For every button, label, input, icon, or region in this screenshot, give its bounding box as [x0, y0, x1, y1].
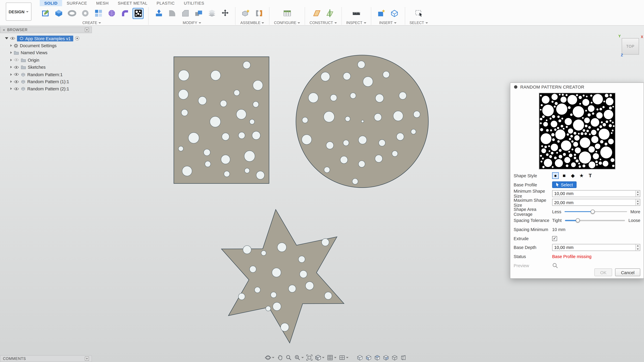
inspect-group-label[interactable]: INSPECT: [346, 21, 366, 25]
view-perspective-icon[interactable]: [400, 354, 406, 361]
view-front-icon[interactable]: [366, 354, 372, 361]
joint-icon[interactable]: [253, 8, 264, 19]
configuration-table-icon[interactable]: [282, 8, 293, 19]
tab-solid[interactable]: SOLID: [40, 0, 62, 6]
browser-root-row[interactable]: App Store Examples v1: [0, 35, 92, 42]
visibility-eye-off-icon[interactable]: [14, 58, 19, 62]
tab-mesh[interactable]: MESH: [92, 0, 113, 6]
spinner[interactable]: [635, 199, 640, 206]
spinner-up-icon[interactable]: [636, 244, 640, 247]
minimum-shape-size-input[interactable]: [552, 190, 640, 197]
expand-caret-icon[interactable]: [10, 59, 12, 61]
browser-item-sketches[interactable]: Sketches: [0, 64, 92, 71]
viewports-icon[interactable]: [339, 354, 348, 361]
browser-header[interactable]: « BROWSER: [0, 27, 92, 33]
construct-plane-icon[interactable]: [311, 8, 322, 19]
activate-radio-icon[interactable]: [75, 36, 80, 41]
select-profile-button[interactable]: Select: [552, 181, 576, 188]
expand-caret-icon[interactable]: [10, 52, 12, 54]
pan-icon[interactable]: [277, 354, 283, 361]
form-sphere-icon[interactable]: [106, 8, 117, 19]
select-group-label[interactable]: SELECT: [410, 21, 428, 25]
tab-sheet-metal[interactable]: SHEET METAL: [113, 0, 152, 6]
design-workspace-dropdown[interactable]: DESIGN: [6, 3, 32, 21]
shape-style-square-option[interactable]: ■: [561, 172, 568, 179]
visibility-eye-icon[interactable]: [14, 80, 19, 84]
assemble-group-label[interactable]: ASSEMBLE: [240, 21, 264, 25]
tab-utilities[interactable]: UTILITIES: [179, 0, 209, 6]
comments-bar[interactable]: COMMENTS: [0, 355, 92, 362]
spinner[interactable]: [635, 190, 640, 197]
expand-caret-icon[interactable]: [10, 66, 12, 69]
visibility-eye-icon[interactable]: [14, 65, 19, 69]
expand-caret-icon[interactable]: [10, 73, 12, 76]
shape-style-text-option[interactable]: T: [587, 172, 594, 179]
view-right-icon[interactable]: [383, 354, 389, 361]
visibility-eye-icon[interactable]: [14, 87, 19, 91]
split-body-icon[interactable]: [206, 8, 217, 19]
configure-group-label[interactable]: CONFIGURE: [274, 21, 300, 25]
view-cube[interactable]: TOP Y X Z: [618, 34, 643, 57]
extrude-icon[interactable]: [53, 8, 64, 19]
modify-group-label[interactable]: MODIFY: [183, 21, 201, 25]
insert-icon[interactable]: [376, 8, 387, 19]
shape-style-circle-option[interactable]: ●: [552, 172, 559, 179]
fit-view-icon[interactable]: [306, 354, 312, 361]
coverage-slider[interactable]: [564, 209, 627, 214]
spinner[interactable]: [635, 244, 640, 251]
ok-button[interactable]: OK: [594, 268, 612, 276]
expand-comments-icon[interactable]: [85, 357, 89, 361]
measure-icon[interactable]: [350, 8, 362, 19]
tolerance-slider[interactable]: [565, 218, 625, 223]
tolerance-slider-handle[interactable]: [576, 218, 580, 222]
browser-item-random-pattern-2[interactable]: Random Pattern (1):1: [0, 78, 92, 85]
collapse-panel-icon[interactable]: «: [3, 28, 5, 32]
visibility-eye-icon[interactable]: [14, 73, 19, 76]
view-home-icon[interactable]: [357, 354, 363, 361]
dialog-header[interactable]: RANDOM PATTERN CREATOR: [510, 83, 644, 91]
coverage-slider-handle[interactable]: [591, 209, 595, 214]
expand-caret-icon[interactable]: [10, 80, 12, 83]
zoom-icon[interactable]: [286, 354, 292, 361]
shape-style-star-option[interactable]: ★: [578, 172, 585, 179]
browser-item-named-views[interactable]: Named Views: [0, 49, 92, 56]
display-settings-icon[interactable]: [315, 354, 324, 361]
expand-caret-icon[interactable]: [5, 37, 8, 40]
insert-group-label[interactable]: INSERT: [379, 21, 396, 25]
root-document-item[interactable]: App Store Examples v1: [17, 36, 73, 41]
chamfer-icon[interactable]: [180, 8, 191, 19]
shape-style-diamond-option[interactable]: ◆: [570, 172, 576, 179]
pipe-icon[interactable]: [119, 8, 130, 19]
pattern-icon[interactable]: [93, 8, 104, 19]
cancel-button[interactable]: Cancel: [615, 268, 640, 276]
construct-axis-icon[interactable]: [324, 8, 335, 19]
press-pull-icon[interactable]: [153, 8, 164, 19]
spinner-up-icon[interactable]: [636, 199, 640, 202]
spinner-up-icon[interactable]: [636, 190, 640, 194]
base-depth-input[interactable]: [552, 244, 640, 251]
visibility-eye-icon[interactable]: [10, 37, 15, 40]
sweep-icon[interactable]: [80, 8, 90, 19]
browser-item-random-pattern-3[interactable]: Random Pattern (2):1: [0, 85, 92, 93]
view-iso-icon[interactable]: [392, 354, 398, 361]
tab-surface[interactable]: SURFACE: [62, 0, 92, 6]
browser-item-origin[interactable]: Origin: [0, 57, 92, 64]
spinner-down-icon[interactable]: [636, 202, 640, 206]
expand-caret-icon[interactable]: [10, 44, 12, 47]
view-cube-face[interactable]: TOP: [622, 38, 639, 55]
orbit-icon[interactable]: [265, 354, 274, 361]
select-tool-icon[interactable]: [413, 8, 424, 19]
move-copy-icon[interactable]: [220, 8, 230, 19]
construct-group-label[interactable]: CONSTRUCT: [310, 21, 337, 25]
create-sketch-icon[interactable]: [40, 8, 51, 19]
revolve-icon[interactable]: [66, 8, 78, 19]
create-group-label[interactable]: CREATE: [82, 21, 101, 25]
tab-plastic[interactable]: PLASTIC: [152, 0, 179, 6]
extrude-checkbox[interactable]: ✓: [552, 236, 557, 241]
expand-caret-icon[interactable]: [10, 88, 12, 90]
insert-mesh-icon[interactable]: [389, 8, 400, 19]
browser-item-document-settings[interactable]: Document Settings: [0, 42, 92, 49]
spinner-down-icon[interactable]: [636, 194, 640, 197]
view-top-icon[interactable]: [374, 354, 380, 361]
panel-options-icon[interactable]: [85, 28, 89, 32]
